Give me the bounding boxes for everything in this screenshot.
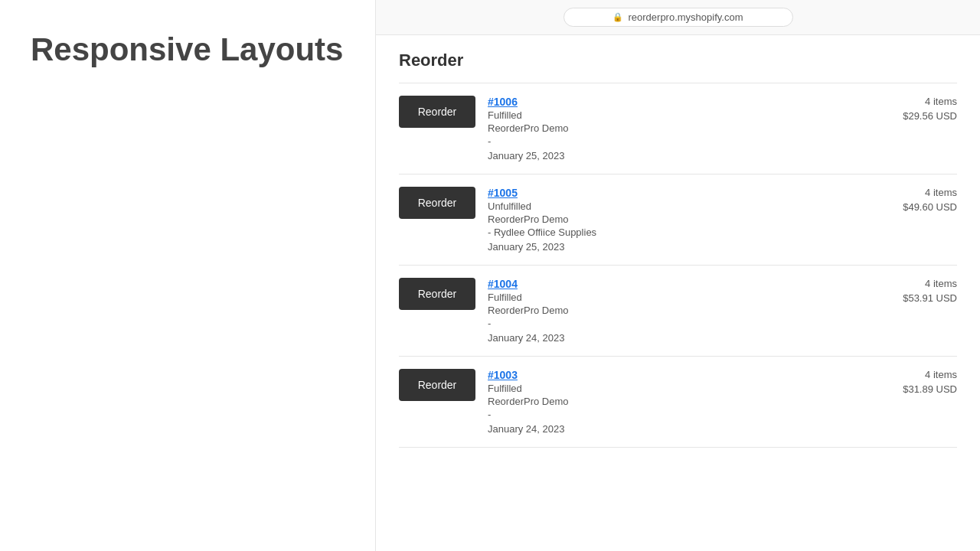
reorder-button[interactable]: Reorder	[399, 187, 475, 219]
order-customer: ReorderPro Demo	[488, 214, 890, 225]
order-number[interactable]: #1003	[488, 369, 890, 381]
order-list: Reorder #1006 Fulfilled ReorderPro Demo …	[399, 83, 957, 448]
order-price: $53.91 USD	[903, 292, 957, 304]
order-status: Fulfilled	[488, 292, 890, 303]
order-date: January 24, 2023	[488, 423, 957, 435]
order-price: $29.56 USD	[903, 110, 957, 122]
order-customer: ReorderPro Demo	[488, 396, 890, 407]
order-card-top: Reorder #1006 Fulfilled ReorderPro Demo …	[399, 96, 957, 147]
order-date: January 24, 2023	[488, 332, 957, 344]
left-panel: Responsive Layouts	[0, 0, 375, 551]
order-card-top: Reorder #1005 Unfulfilled ReorderPro Dem…	[399, 187, 957, 238]
reorder-button[interactable]: Reorder	[399, 278, 475, 310]
order-status: Fulfilled	[488, 383, 890, 394]
order-items-count: 4 items	[925, 278, 957, 289]
order-date: January 25, 2023	[488, 150, 957, 161]
section-title: Reorder	[399, 51, 957, 70]
order-customer-line2: -	[488, 135, 890, 147]
order-customer-line2: - Rydlee Offiice Supplies	[488, 227, 890, 238]
order-card-right: 4 items $49.60 USD	[903, 187, 957, 213]
order-number[interactable]: #1004	[488, 278, 890, 290]
right-panel: 🔒 reorderpro.myshopify.com Reorder Reord…	[375, 0, 980, 551]
order-customer: ReorderPro Demo	[488, 305, 890, 316]
order-card: Reorder #1005 Unfulfilled ReorderPro Dem…	[399, 174, 957, 265]
content-area: Reorder Reorder #1006 Fulfilled ReorderP…	[376, 35, 980, 471]
browser-url-bar: 🔒 reorderpro.myshopify.com	[564, 8, 793, 27]
page-title: Responsive Layouts	[31, 31, 345, 69]
order-info: #1003 Fulfilled ReorderPro Demo -	[488, 369, 890, 420]
order-info: #1004 Fulfilled ReorderPro Demo -	[488, 278, 890, 329]
order-price: $49.60 USD	[903, 201, 957, 213]
order-date: January 25, 2023	[488, 241, 957, 253]
order-status: Unfulfilled	[488, 201, 890, 212]
order-status: Fulfilled	[488, 109, 890, 121]
order-card-right: 4 items $31.89 USD	[903, 369, 957, 395]
order-card-top: Reorder #1004 Fulfilled ReorderPro Demo …	[399, 278, 957, 329]
lock-icon: 🔒	[612, 12, 623, 22]
order-card-right: 4 items $53.91 USD	[903, 278, 957, 304]
order-card: Reorder #1003 Fulfilled ReorderPro Demo …	[399, 356, 957, 448]
order-items-count: 4 items	[925, 187, 957, 198]
order-items-count: 4 items	[925, 96, 957, 107]
order-card: Reorder #1004 Fulfilled ReorderPro Demo …	[399, 265, 957, 356]
order-card: Reorder #1006 Fulfilled ReorderPro Demo …	[399, 83, 957, 174]
order-price: $31.89 USD	[903, 383, 957, 395]
order-info: #1005 Unfulfilled ReorderPro Demo - Rydl…	[488, 187, 890, 238]
browser-bar: 🔒 reorderpro.myshopify.com	[376, 0, 980, 35]
reorder-button[interactable]: Reorder	[399, 96, 475, 128]
order-customer: ReorderPro Demo	[488, 122, 890, 134]
order-items-count: 4 items	[925, 369, 957, 380]
order-number[interactable]: #1006	[488, 96, 890, 108]
order-card-right: 4 items $29.56 USD	[903, 96, 957, 122]
order-customer-line2: -	[488, 409, 890, 420]
order-customer-line2: -	[488, 318, 890, 329]
order-info: #1006 Fulfilled ReorderPro Demo -	[488, 96, 890, 147]
order-number[interactable]: #1005	[488, 187, 890, 199]
reorder-button[interactable]: Reorder	[399, 369, 475, 401]
order-card-top: Reorder #1003 Fulfilled ReorderPro Demo …	[399, 369, 957, 420]
url-text: reorderpro.myshopify.com	[628, 11, 743, 23]
